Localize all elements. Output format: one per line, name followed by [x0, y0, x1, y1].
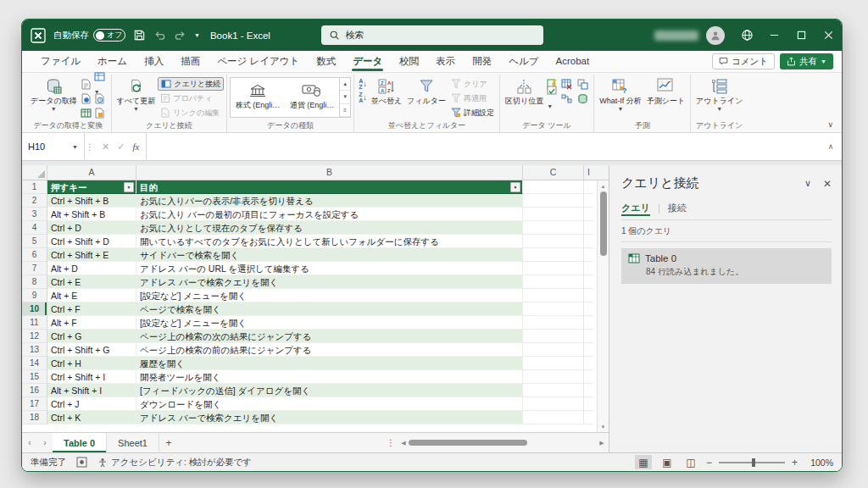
cell-purpose[interactable]: サイドバーで検索を開く — [136, 248, 523, 262]
ribbon-tab[interactable]: データ — [344, 51, 391, 72]
cell-empty[interactable] — [584, 180, 593, 194]
cell-key[interactable]: Alt + E — [47, 289, 136, 302]
filter-dropdown-icon[interactable]: ▼ — [510, 182, 520, 192]
undo-icon[interactable] — [153, 29, 166, 42]
what-if-analysis-button[interactable]: ? What-If 分析 ▼ — [597, 75, 644, 113]
ribbon-tab[interactable]: Acrobat — [548, 51, 598, 72]
cell-key[interactable]: Ctrl + K — [47, 411, 136, 424]
panel-options-chevron-icon[interactable]: ∨ — [804, 178, 811, 189]
cell-purpose[interactable]: アドレス バーで検索クエリを開く — [136, 275, 523, 289]
ribbon-tab[interactable]: 表示 — [427, 51, 464, 72]
cell-empty[interactable] — [523, 180, 584, 194]
cell-key[interactable]: Alt + D — [47, 262, 136, 275]
cell-purpose[interactable]: [フィードバックの送信] ダイアログを開く — [136, 384, 523, 397]
ribbon-tab[interactable]: 開発 — [464, 51, 500, 72]
cell-empty[interactable] — [523, 289, 584, 302]
cell-empty[interactable] — [584, 221, 593, 235]
collapse-ribbon-icon[interactable]: ∨ — [827, 120, 833, 129]
qat-customize-icon[interactable]: ▼ — [194, 32, 200, 38]
column-header-a[interactable]: A — [47, 165, 136, 180]
column-header-b[interactable]: B — [136, 165, 523, 180]
macro-record-icon[interactable] — [76, 457, 87, 468]
cell-key[interactable]: Ctrl + Shift + D — [47, 235, 136, 248]
cell-empty[interactable] — [584, 411, 593, 424]
share-button[interactable]: 共有 ▼ — [780, 53, 833, 69]
horizontal-scroll-thumb[interactable] — [409, 440, 527, 446]
recent-sources-icon[interactable] — [94, 93, 108, 104]
cell-purpose[interactable]: [設定など] メニューを開く — [136, 316, 523, 330]
row-header[interactable]: 1 — [22, 180, 47, 194]
cell-key[interactable]: Ctrl + G — [47, 330, 136, 343]
advanced-filter-button[interactable]: 詳細設定 — [448, 106, 497, 119]
cell-purpose[interactable]: 開いているすべてのタブをお気に入りとして新しいフォルダーに保存する — [136, 235, 523, 248]
row-header[interactable]: 18 — [22, 411, 47, 424]
row-header[interactable]: 14 — [22, 357, 47, 370]
query-item[interactable]: Table 0 84 行読み込まれました。 — [621, 248, 832, 284]
row-header[interactable]: 13 — [22, 343, 47, 357]
close-button[interactable] — [815, 19, 842, 51]
cell-empty[interactable] — [523, 343, 584, 357]
cell-purpose[interactable]: [設定など] メニューを開く — [136, 289, 523, 302]
cell-empty[interactable] — [523, 384, 584, 397]
cell-empty[interactable] — [584, 316, 593, 330]
cell-purpose[interactable]: お気に入りとして現在のタブを保存する — [136, 221, 523, 235]
scroll-down-icon[interactable]: ▼ — [601, 421, 606, 432]
panel-tab-connections[interactable]: 接続 — [668, 202, 687, 216]
row-header[interactable]: 5 — [22, 235, 47, 248]
cell-key[interactable]: Ctrl + Shift + I — [47, 370, 136, 384]
ribbon-tab[interactable]: ホーム — [89, 51, 136, 72]
cell-empty[interactable] — [523, 275, 584, 289]
reapply-filter-button[interactable]: 再適用 — [448, 92, 497, 105]
cell-empty[interactable] — [523, 302, 584, 316]
normal-view-icon[interactable]: ▦ — [635, 455, 652, 469]
cell-purpose[interactable]: ページで検索を開く — [136, 302, 523, 316]
add-sheet-button[interactable]: + — [159, 433, 178, 452]
sort-button[interactable]: ZAAZ 並べ替え — [369, 75, 404, 106]
relationships-icon[interactable] — [561, 93, 576, 104]
cell-purpose[interactable]: 履歴を開く — [136, 357, 523, 370]
cell-key[interactable]: Alt + Shift + I — [47, 384, 136, 397]
sort-descending-icon[interactable]: ZA↓ — [359, 92, 367, 103]
outline-button[interactable]: アウトライン ▼ — [693, 75, 745, 113]
cell-purpose[interactable]: アドレス バーで検索クエリを開く — [136, 411, 523, 424]
cell-empty[interactable] — [523, 248, 584, 262]
from-text-csv-icon[interactable] — [81, 79, 93, 90]
cell-empty[interactable] — [584, 208, 593, 221]
cell-purpose[interactable]: ダウンロードを開く — [136, 397, 523, 411]
row-header[interactable]: 6 — [22, 248, 47, 262]
ribbon-tab[interactable]: 描画 — [172, 51, 209, 72]
cell-empty[interactable] — [523, 262, 584, 275]
filter-dropdown-icon[interactable]: ▼ — [124, 182, 134, 192]
gallery-more-icon[interactable]: ≡ — [340, 104, 350, 117]
cell-purpose[interactable]: ページ上の検索の前の結果にジャンプする — [136, 343, 523, 357]
data-validation-icon[interactable]: ▼ — [547, 86, 560, 112]
row-header[interactable]: 17 — [22, 397, 47, 411]
remove-duplicates-icon[interactable] — [561, 79, 576, 90]
horizontal-scrollbar[interactable]: ◀ ▶ — [397, 433, 609, 452]
table-header-key[interactable]: 押すキー ▼ — [47, 180, 136, 194]
cell-empty[interactable] — [523, 194, 584, 208]
currencies-button[interactable]: 通貨 (Engli… — [285, 78, 339, 117]
ribbon-tab[interactable]: ヘルプ — [500, 51, 547, 72]
search-box[interactable]: 検索 — [321, 25, 543, 45]
row-header[interactable]: 12 — [22, 330, 47, 343]
cell-empty[interactable] — [584, 248, 593, 262]
formula-bar-grip[interactable]: ⋮ — [85, 133, 95, 160]
cell-key[interactable]: Ctrl + Shift + G — [47, 343, 136, 357]
cell-empty[interactable] — [584, 384, 593, 397]
vertical-scrollbar[interactable]: ▲ ▼ — [597, 180, 609, 432]
sort-ascending-icon[interactable]: AZ↓ — [359, 78, 367, 90]
autosave-toggle[interactable]: 自動保存 オフ — [53, 29, 125, 42]
web-globe-icon[interactable] — [733, 19, 760, 51]
cell-purpose[interactable]: ページ上の検索の次の結果にジャンプする — [136, 330, 523, 343]
filter-button[interactable]: フィルター — [404, 75, 448, 106]
panel-tab-queries[interactable]: クエリ — [621, 202, 650, 216]
row-header[interactable]: 8 — [22, 275, 47, 289]
save-icon[interactable] — [133, 29, 146, 42]
page-break-view-icon[interactable]: ◫ — [682, 455, 699, 469]
cell-key[interactable]: Alt + Shift + B — [47, 208, 136, 221]
scroll-left-icon[interactable]: ◀ — [398, 440, 409, 446]
row-header[interactable]: 11 — [22, 316, 47, 330]
ribbon-tab[interactable]: ファイル — [32, 51, 89, 72]
cell-key[interactable]: Ctrl + F — [47, 302, 136, 316]
